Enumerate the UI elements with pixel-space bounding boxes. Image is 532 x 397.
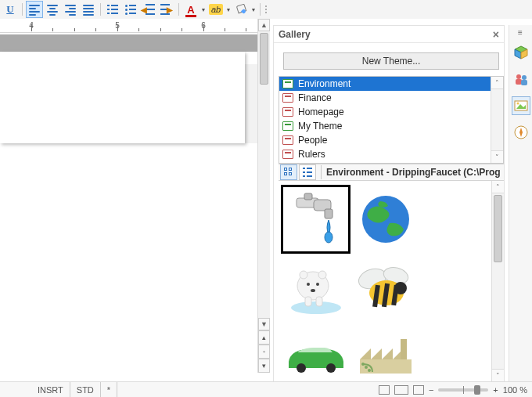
background-color-dropdown[interactable]: ▼	[250, 1, 257, 18]
svg-point-36	[516, 74, 521, 79]
horizontal-ruler[interactable]: 4 5 6	[0, 19, 270, 33]
gallery-item-faucet[interactable]	[282, 186, 350, 253]
close-icon[interactable]: ×	[493, 28, 499, 41]
sidebar-navigator-button[interactable]	[512, 123, 530, 142]
separator	[20, 1, 25, 18]
people-icon	[514, 72, 528, 86]
svg-rect-24	[360, 359, 412, 374]
gallery-item-earth[interactable]	[351, 186, 419, 253]
bullet-list-button[interactable]	[122, 1, 139, 18]
theme-item-environment[interactable]: Environment	[279, 77, 503, 91]
earth-icon	[358, 192, 413, 247]
font-color-button[interactable]: A	[182, 1, 200, 18]
theme-list-scrollbar[interactable]: ˄ ˅	[491, 77, 503, 163]
nav-browse-button[interactable]: ◦	[258, 345, 270, 359]
scroll-thumb[interactable]	[494, 195, 502, 262]
gallery-item-polarbear[interactable]	[282, 254, 350, 322]
document-page[interactable]	[0, 52, 245, 143]
scroll-thumb[interactable]	[260, 33, 268, 85]
separator	[257, 1, 263, 18]
sidebar-menu-icon[interactable]: ≡	[518, 30, 523, 35]
scroll-down-button[interactable]: ˅	[491, 150, 503, 163]
next-page-button[interactable]: ▾	[258, 359, 270, 373]
highlight-button[interactable]: ab	[207, 1, 225, 18]
gallery-item-empty	[422, 186, 490, 253]
svg-point-31	[365, 366, 368, 369]
bee-icon	[355, 262, 416, 315]
svg-marker-26	[371, 348, 382, 359]
zoom-out-button[interactable]: −	[429, 385, 433, 395]
gallery-item-greencar[interactable]	[282, 323, 350, 381]
cube-icon	[514, 45, 528, 60]
align-right-button[interactable]	[62, 1, 79, 18]
svg-point-12	[311, 289, 315, 292]
theme-label: People	[298, 135, 327, 146]
gallery-item-factory[interactable]	[351, 323, 419, 381]
svg-point-22	[297, 363, 306, 373]
theme-folder-icon	[282, 93, 293, 103]
document-vertical-scrollbar[interactable]: ▲ ▼ ▴ ◦ ▾	[257, 19, 270, 373]
svg-rect-29	[401, 339, 407, 359]
polar-bear-icon	[286, 259, 346, 317]
icon-view-button[interactable]	[280, 164, 297, 180]
theme-label: Homepage	[298, 106, 344, 117]
numbered-list-button[interactable]	[104, 1, 121, 18]
zoom-slider-thumb[interactable]	[474, 385, 480, 395]
scroll-up-button[interactable]: ▲	[258, 19, 270, 31]
sidebar-styles-button[interactable]	[512, 70, 530, 88]
align-left-icon	[29, 5, 40, 14]
formatting-toolbar: U A ▼ ab ▼ ▼	[0, 0, 532, 19]
scroll-down-button[interactable]: ▼	[258, 318, 270, 330]
zoom-in-button[interactable]: +	[493, 385, 498, 395]
svg-rect-39	[521, 80, 527, 85]
scroll-up-button[interactable]: ˄	[491, 77, 503, 89]
svg-point-23	[326, 363, 336, 373]
svg-marker-25	[360, 348, 371, 359]
align-center-button[interactable]	[44, 1, 61, 18]
gallery-body: New Theme... Environment Finance Homepag…	[274, 43, 504, 384]
increase-indent-button[interactable]	[158, 1, 175, 18]
gallery-item-bee[interactable]	[351, 254, 419, 322]
zoom-slider[interactable]	[438, 388, 488, 392]
sidebar-gallery-button[interactable]	[512, 96, 530, 115]
decrease-indent-button[interactable]	[140, 1, 157, 18]
gallery-panel: Gallery × New Theme... Environment Finan…	[273, 25, 505, 385]
view-layout-icon-3[interactable]	[413, 385, 424, 395]
theme-item-my-theme[interactable]: My Theme	[279, 119, 503, 133]
scroll-down-button[interactable]: ˅	[492, 369, 504, 381]
view-layout-icon-2[interactable]	[394, 385, 408, 395]
theme-item-homepage[interactable]: Homepage	[279, 105, 503, 119]
theme-list[interactable]: Environment Finance Homepage My Theme Pe…	[279, 76, 504, 164]
underline-icon: U	[6, 3, 13, 16]
svg-point-10	[307, 283, 310, 286]
gallery-thumbs-scrollbar[interactable]: ˄ ˅	[491, 181, 504, 381]
align-justify-button[interactable]	[80, 1, 97, 18]
sidebar-properties-button[interactable]	[512, 43, 530, 62]
gallery-thumbnails: ˄ ˅	[279, 181, 504, 381]
status-modified-indicator[interactable]: *	[101, 382, 117, 397]
scroll-up-button[interactable]: ˄	[492, 181, 504, 193]
ruler-scale: 4 5 6	[0, 19, 270, 33]
page-nav-group: ▴ ◦ ▾	[258, 330, 270, 373]
theme-item-rulers[interactable]: Rulers	[279, 147, 503, 161]
theme-item-people[interactable]: People	[279, 133, 503, 147]
align-left-button[interactable]	[26, 1, 43, 18]
status-selection-mode[interactable]: STD	[70, 382, 101, 397]
status-insert-mode[interactable]: INSRT	[31, 382, 70, 397]
font-color-dropdown[interactable]: ▼	[200, 1, 207, 18]
background-color-button[interactable]	[232, 1, 250, 18]
detail-view-button[interactable]	[299, 164, 316, 180]
zoom-percent[interactable]: 100 %	[503, 385, 527, 395]
green-car-icon	[286, 341, 347, 373]
toolbar-grip[interactable]	[264, 1, 268, 18]
highlight-dropdown[interactable]: ▼	[225, 1, 232, 18]
view-layout-icon-1[interactable]	[379, 385, 390, 395]
theme-item-finance[interactable]: Finance	[279, 91, 503, 105]
theme-label: My Theme	[298, 121, 342, 132]
prev-page-button[interactable]: ▴	[258, 330, 270, 345]
svg-point-32	[368, 369, 371, 372]
status-zoom-group: − + 100 %	[379, 385, 532, 395]
new-theme-button[interactable]: New Theme...	[283, 52, 499, 70]
separator	[98, 1, 103, 18]
underline-button[interactable]: U	[2, 1, 19, 18]
